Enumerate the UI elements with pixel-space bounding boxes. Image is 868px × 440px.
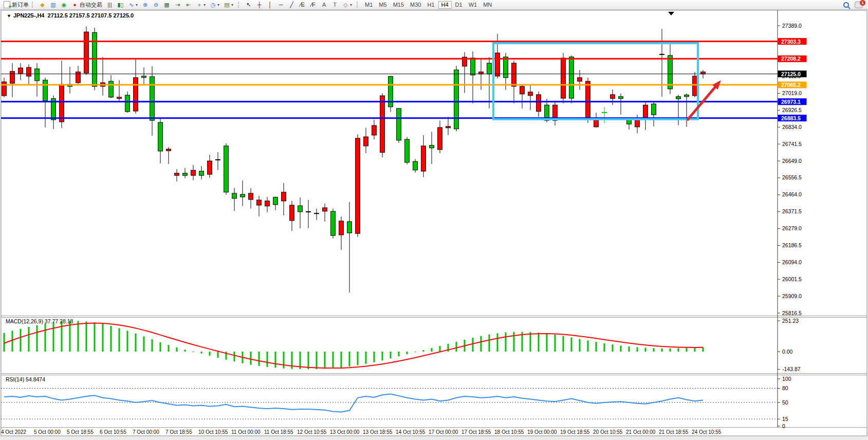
candle-body <box>134 78 138 111</box>
rsi-axis-label: 100 <box>782 376 791 382</box>
macd-histogram-bar <box>28 327 30 352</box>
date-tick-label: 17 Oct 00:00 <box>429 429 458 435</box>
market-watch-button[interactable]: ◆ <box>38 1 47 9</box>
candle-body <box>578 78 582 81</box>
horizontal-line-button[interactable]: ─ <box>276 1 286 9</box>
candle-body <box>643 105 648 118</box>
macd-histogram-bar <box>661 349 663 352</box>
candle-body <box>249 193 253 199</box>
candle-body <box>323 208 327 211</box>
price-tick-label: 26556.5 <box>782 174 802 180</box>
macd-histogram-bar <box>110 326 112 352</box>
navigator-button[interactable]: ◉ <box>59 1 69 9</box>
candle-body <box>479 72 484 74</box>
timeframe-D1[interactable]: D1 <box>453 1 465 9</box>
chart-dropdown-icon[interactable]: ▼ <box>7 13 11 19</box>
timeframe-M1[interactable]: M1 <box>362 1 375 9</box>
macd-histogram-bar <box>686 348 688 352</box>
timeframe-W1[interactable]: W1 <box>466 1 480 9</box>
candle-body <box>117 97 122 99</box>
data-window-button[interactable]: ▥ <box>48 1 58 9</box>
macd-histogram-bar <box>678 348 679 352</box>
macd-histogram-bar <box>489 335 490 352</box>
macd-histogram-bar <box>53 322 54 352</box>
label-icon: T <box>331 2 338 8</box>
chart-canvas[interactable]: 27389.027296.527204.027111.527019.026926… <box>0 10 868 440</box>
bar-chart-button[interactable]: ||| <box>105 1 115 9</box>
channel-button[interactable]: ⁄E <box>298 1 307 9</box>
candlestick-button[interactable]: ▮▯ <box>116 1 125 9</box>
chevron-down-icon[interactable]: ▾ <box>217 3 219 7</box>
candle-body <box>167 149 171 151</box>
macd-histogram-bar <box>563 336 564 352</box>
timeframe-H1[interactable]: H1 <box>424 1 437 9</box>
price-tick-label: 25816.5 <box>782 310 802 316</box>
timeframe-M5[interactable]: M5 <box>376 1 389 9</box>
zoom-in-button[interactable]: ⊕ <box>140 1 150 9</box>
candle-body <box>27 67 31 76</box>
zoom-out-button[interactable]: ⊖ <box>151 1 161 9</box>
toolbar-grip <box>357 2 359 8</box>
label-button[interactable]: T <box>330 1 340 9</box>
timeframe-M15[interactable]: M15 <box>391 1 407 9</box>
periods-button[interactable]: ◷▾ <box>208 1 221 9</box>
timeframe-MN[interactable]: MN <box>481 1 494 9</box>
candle-body <box>471 58 475 75</box>
chevron-down-icon[interactable]: ▾ <box>350 3 352 7</box>
vertical-line-button[interactable]: │ <box>265 1 275 9</box>
macd-histogram-bar <box>143 336 145 352</box>
autotrade-label: 自动交易 <box>80 1 102 9</box>
macd-histogram-bar <box>505 333 507 352</box>
add-indicator-button[interactable]: ＋▾ <box>194 1 207 9</box>
notifications-icon[interactable]: 1 <box>855 2 863 8</box>
chart-window: 27389.027296.527204.027111.527019.026926… <box>0 10 868 440</box>
candle-body <box>676 97 681 99</box>
macd-histogram-bar <box>587 340 589 352</box>
chevron-down-icon[interactable]: ▾ <box>204 3 206 7</box>
timeframe-H4[interactable]: H4 <box>438 1 452 9</box>
autotrade-button[interactable]: ●自动交易 <box>70 1 104 9</box>
chevron-down-icon[interactable]: ▾ <box>231 3 233 7</box>
chevron-down-icon[interactable]: ▾ <box>136 3 138 7</box>
price-badge-label: 27208.2 <box>781 56 801 62</box>
crosshair-icon: ┼ <box>256 2 263 8</box>
macd-histogram-bar <box>316 352 318 369</box>
cursor-button[interactable]: ↖ <box>244 1 253 9</box>
add-indicator-icon: ＋ <box>196 2 202 8</box>
macd-histogram-bar <box>4 333 5 352</box>
macd-histogram-bar <box>102 324 104 352</box>
macd-histogram-bar <box>78 321 79 352</box>
trendline-button[interactable]: ╱ <box>287 1 297 9</box>
macd-histogram-bar <box>36 325 38 352</box>
macd-histogram-bar <box>546 334 548 352</box>
crosshair-button[interactable]: ┼ <box>254 1 264 9</box>
price-tick-label: 27019.0 <box>782 90 802 96</box>
candle-body <box>413 161 418 170</box>
tile-windows-button[interactable]: ▦ <box>162 1 172 9</box>
macd-histogram-bar <box>160 342 161 352</box>
macd-axis-label: 251.23 <box>782 318 799 324</box>
timeframe-M30[interactable]: M30 <box>408 1 423 9</box>
text-button[interactable]: A <box>319 1 329 9</box>
chart-shift-icon: ⇤ <box>185 2 192 8</box>
notification-badge: 1 <box>860 0 865 6</box>
search-icon[interactable] <box>843 2 849 8</box>
new-order-button[interactable]: 新订单 <box>2 1 30 9</box>
line-chart-button[interactable]: ∿▾ <box>126 1 139 9</box>
candle-body <box>142 76 146 78</box>
macd-histogram-bar <box>176 347 178 352</box>
chart-shift-button[interactable]: ⇤ <box>183 1 193 9</box>
macd-axis-label: 0.00 <box>782 349 793 355</box>
price-badge-label: 27065.2 <box>781 82 801 88</box>
macd-histogram-bar <box>579 339 581 352</box>
price-tick-label: 26279.0 <box>782 225 802 231</box>
candle-body <box>569 57 574 98</box>
fibonacci-button[interactable]: ⁄F <box>308 1 318 9</box>
templates-button[interactable]: ▤▾ <box>222 1 235 9</box>
timeframe-group: M1M5M15M30H1H4D1W1MN <box>361 1 496 9</box>
macd-histogram-bar <box>390 352 392 358</box>
candle-body <box>405 139 410 162</box>
auto-scroll-button[interactable]: ⇥ <box>173 1 182 9</box>
shapes-button[interactable]: ◇▾ <box>341 1 354 9</box>
channel-icon: ⁄E <box>299 2 306 8</box>
